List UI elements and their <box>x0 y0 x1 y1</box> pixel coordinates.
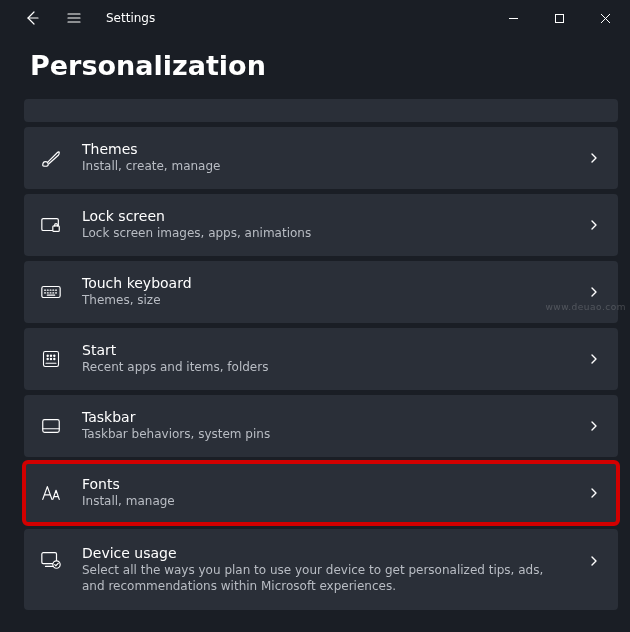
list-item-subtitle: Recent apps and items, folders <box>82 360 566 376</box>
list-item-lock-screen[interactable]: Lock screen Lock screen images, apps, an… <box>24 194 618 256</box>
chevron-right-icon <box>584 152 604 164</box>
start-icon <box>38 349 64 369</box>
device-usage-icon <box>38 549 64 571</box>
titlebar: Settings <box>0 0 630 36</box>
list-item-subtitle: Lock screen images, apps, animations <box>82 226 566 242</box>
list-item-start[interactable]: Start Recent apps and items, folders <box>24 328 618 390</box>
list-item-title: Fonts <box>82 476 566 492</box>
svg-point-7 <box>54 355 55 356</box>
list-item-text: Touch keyboard Themes, size <box>82 275 566 309</box>
list-item-text: Device usage Select all the ways you pla… <box>82 545 566 594</box>
keyboard-icon <box>38 281 64 303</box>
list-item-subtitle: Select all the ways you plan to use your… <box>82 563 566 594</box>
list-item-subtitle: Themes, size <box>82 293 566 309</box>
list-item-text: Fonts Install, manage <box>82 476 566 510</box>
taskbar-icon <box>38 415 64 437</box>
list-item-title: Lock screen <box>82 208 566 224</box>
list-item-subtitle: Install, manage <box>82 494 566 510</box>
list-item-title: Start <box>82 342 566 358</box>
back-button[interactable] <box>14 0 50 36</box>
lock-screen-icon <box>38 214 64 236</box>
list-item-partial[interactable]: . <box>24 99 618 122</box>
list-item-text: Taskbar Taskbar behaviors, system pins <box>82 409 566 443</box>
window-controls <box>490 0 628 36</box>
minimize-button[interactable] <box>490 0 536 36</box>
list-item-device-usage[interactable]: Device usage Select all the ways you pla… <box>24 529 618 610</box>
list-item-touch-keyboard[interactable]: Touch keyboard Themes, size <box>24 261 618 323</box>
svg-point-6 <box>50 355 51 356</box>
list-item-fonts[interactable]: Fonts Install, manage <box>24 462 618 524</box>
chevron-right-icon <box>584 219 604 231</box>
svg-rect-11 <box>43 420 60 433</box>
page-title: Personalization <box>0 36 630 99</box>
settings-list: . Themes Install, create, manage Lock <box>0 99 630 610</box>
brush-icon <box>38 147 64 169</box>
menu-button[interactable] <box>56 0 92 36</box>
list-item-title: Touch keyboard <box>82 275 566 291</box>
chevron-right-icon <box>584 353 604 365</box>
svg-rect-0 <box>555 14 563 22</box>
watermark: www.deuao.com <box>545 302 626 312</box>
list-item-themes[interactable]: Themes Install, create, manage <box>24 127 618 189</box>
list-item-title: Themes <box>82 141 566 157</box>
chevron-right-icon <box>584 286 604 298</box>
list-item-subtitle: Taskbar behaviors, system pins <box>82 427 566 443</box>
chevron-right-icon <box>584 487 604 499</box>
svg-point-9 <box>50 358 51 359</box>
chevron-right-icon <box>584 420 604 432</box>
chevron-right-icon <box>584 555 604 567</box>
list-item-text: Lock screen Lock screen images, apps, an… <box>82 208 566 242</box>
close-button[interactable] <box>582 0 628 36</box>
maximize-button[interactable] <box>536 0 582 36</box>
list-item-subtitle: Install, create, manage <box>82 159 566 175</box>
svg-point-5 <box>47 355 48 356</box>
list-item-taskbar[interactable]: Taskbar Taskbar behaviors, system pins <box>24 395 618 457</box>
svg-rect-2 <box>53 226 59 232</box>
svg-point-8 <box>47 358 48 359</box>
svg-point-10 <box>54 358 55 359</box>
titlebar-left: Settings <box>2 0 155 36</box>
app-title: Settings <box>106 11 155 25</box>
list-item-text: Start Recent apps and items, folders <box>82 342 566 376</box>
fonts-icon <box>38 482 64 504</box>
list-item-title: Device usage <box>82 545 566 561</box>
list-item-text: Themes Install, create, manage <box>82 141 566 175</box>
svg-rect-3 <box>42 287 60 298</box>
list-item-title: Taskbar <box>82 409 566 425</box>
